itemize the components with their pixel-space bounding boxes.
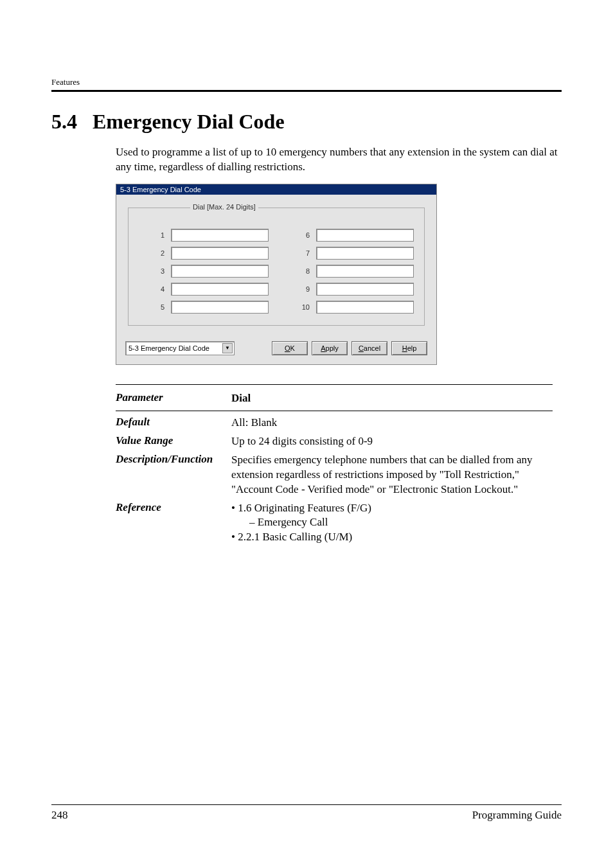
dial-row: 7 <box>284 247 414 260</box>
param-label: Parameter <box>116 391 231 404</box>
dial-input-1[interactable] <box>171 229 269 242</box>
table-row: Description/Function Specifies emergency… <box>116 451 553 499</box>
param-value: Dial <box>231 392 251 404</box>
dial-row: 5 <box>139 301 269 314</box>
parameter-table: Parameter Dial Default All: Blank Value … <box>116 384 553 547</box>
dial-input-8[interactable] <box>316 265 414 278</box>
running-head: Features <box>51 77 562 87</box>
dial-num: 2 <box>139 249 164 257</box>
dial-input-6[interactable] <box>316 229 414 242</box>
param-value: All: Blank <box>231 416 553 430</box>
doc-title: Programming Guide <box>472 809 562 822</box>
ref-line: • 1.6 Originating Features (F/G) <box>231 501 553 516</box>
footer-select[interactable]: 5-3 Emergency Dial Code ▼ <box>125 341 235 355</box>
table-row: Value Range Up to 24 digits consisting o… <box>116 432 553 451</box>
footer-rule <box>51 804 562 805</box>
dial-input-5[interactable] <box>171 301 269 314</box>
rule <box>116 384 553 385</box>
ref-line: – Emergency Call <box>231 515 553 530</box>
dial-row: 4 <box>139 283 269 296</box>
dial-row: 10 <box>284 301 414 314</box>
dial-input-9[interactable] <box>316 283 414 296</box>
dial-num: 6 <box>284 231 310 239</box>
dial-input-2[interactable] <box>171 247 269 260</box>
table-row: Reference • 1.6 Originating Features (F/… <box>116 499 553 547</box>
param-label: Value Range <box>116 434 231 447</box>
dial-num: 5 <box>139 303 164 311</box>
dial-row: 1 <box>139 229 269 242</box>
table-row: Default All: Blank <box>116 414 553 432</box>
dial-row: 8 <box>284 265 414 278</box>
dial-input-7[interactable] <box>316 247 414 260</box>
help-button[interactable]: Help <box>391 341 427 355</box>
dialog-titlebar: 5-3 Emergency Dial Code <box>116 184 436 195</box>
dial-group-box: Dial [Max. 24 Digits] 1 2 3 <box>128 208 425 326</box>
dial-input-3[interactable] <box>171 265 269 278</box>
page-footer: 248 Programming Guide <box>51 804 562 822</box>
param-value: • 1.6 Originating Features (F/G) – Emerg… <box>231 501 553 545</box>
cancel-button[interactable]: Cancel <box>351 341 387 355</box>
dialog-window: 5-3 Emergency Dial Code Dial [Max. 24 Di… <box>116 184 437 365</box>
dial-num: 7 <box>284 249 310 257</box>
chevron-down-icon: ▼ <box>222 343 233 353</box>
ref-line: • 2.2.1 Basic Calling (U/M) <box>231 530 553 545</box>
dial-input-4[interactable] <box>171 283 269 296</box>
section-heading: Emergency Dial Code <box>93 110 285 133</box>
ok-button[interactable]: OK <box>272 341 308 355</box>
dial-num: 4 <box>139 285 164 293</box>
rule <box>116 411 553 411</box>
header-rule <box>51 90 562 92</box>
section-title: 5.4 Emergency Dial Code <box>51 110 562 134</box>
dial-input-10[interactable] <box>316 301 414 314</box>
dial-row: 6 <box>284 229 414 242</box>
dial-row: 9 <box>284 283 414 296</box>
param-value: Specifies emergency telephone numbers th… <box>231 453 553 497</box>
dial-row: 3 <box>139 265 269 278</box>
page-number: 248 <box>51 809 68 822</box>
section-number: 5.4 <box>51 110 77 133</box>
param-label: Default <box>116 416 231 429</box>
footer-select-text: 5-3 Emergency Dial Code <box>129 344 209 352</box>
dial-num: 10 <box>284 303 310 311</box>
dial-num: 3 <box>139 267 164 275</box>
param-value: Up to 24 digits consisting of 0-9 <box>231 434 553 449</box>
table-row: Parameter Dial <box>116 389 553 408</box>
param-label: Reference <box>116 501 231 514</box>
apply-button[interactable]: Apply <box>312 341 348 355</box>
dial-num: 9 <box>284 285 310 293</box>
group-label: Dial [Max. 24 Digits] <box>190 203 258 211</box>
dial-column-left: 1 2 3 4 <box>139 229 269 314</box>
dial-num: 1 <box>139 231 164 239</box>
param-label: Description/Function <box>116 453 231 466</box>
intro-paragraph: Used to programme a list of up to 10 eme… <box>116 145 562 175</box>
dialog-footer: 5-3 Emergency Dial Code ▼ OK Apply Cance… <box>116 332 436 364</box>
dial-num: 8 <box>284 267 310 275</box>
dial-row: 2 <box>139 247 269 260</box>
dial-column-right: 6 7 8 9 <box>284 229 414 314</box>
dialog-body: Dial [Max. 24 Digits] 1 2 3 <box>116 195 436 332</box>
